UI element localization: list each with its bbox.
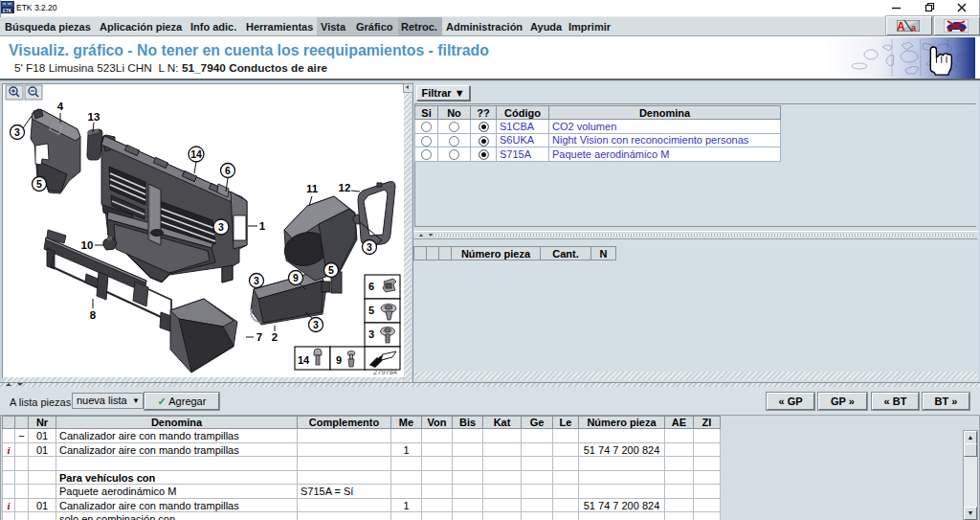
svg-text:5: 5 — [368, 305, 374, 316]
svg-text:3: 3 — [367, 241, 372, 253]
svg-text:5: 5 — [36, 178, 42, 190]
svg-text:2: 2 — [272, 331, 278, 343]
svg-text:13: 13 — [88, 111, 100, 123]
svg-text:11: 11 — [306, 183, 319, 194]
svg-text:14: 14 — [298, 354, 310, 366]
svg-text:ETK: ETK — [3, 9, 12, 13]
svg-text:4: 4 — [57, 101, 64, 112]
svg-text:7: 7 — [256, 331, 262, 343]
svg-text:3: 3 — [368, 328, 374, 340]
svg-text:14: 14 — [190, 148, 202, 160]
svg-text:5: 5 — [328, 264, 334, 276]
svg-text:12: 12 — [339, 182, 351, 193]
svg-text:10: 10 — [81, 239, 94, 251]
svg-text:279784: 279784 — [373, 368, 397, 375]
svg-text:3: 3 — [218, 221, 224, 233]
svg-text:A: A — [897, 20, 905, 32]
svg-text:9: 9 — [293, 272, 299, 283]
svg-text:3: 3 — [14, 126, 20, 138]
svg-text:3: 3 — [313, 319, 319, 330]
svg-text:8: 8 — [90, 309, 97, 321]
svg-text:3: 3 — [254, 275, 259, 286]
svg-text:9: 9 — [336, 354, 342, 366]
svg-text:6: 6 — [368, 281, 374, 292]
svg-text:1: 1 — [259, 220, 266, 232]
svg-text:6: 6 — [225, 165, 231, 176]
